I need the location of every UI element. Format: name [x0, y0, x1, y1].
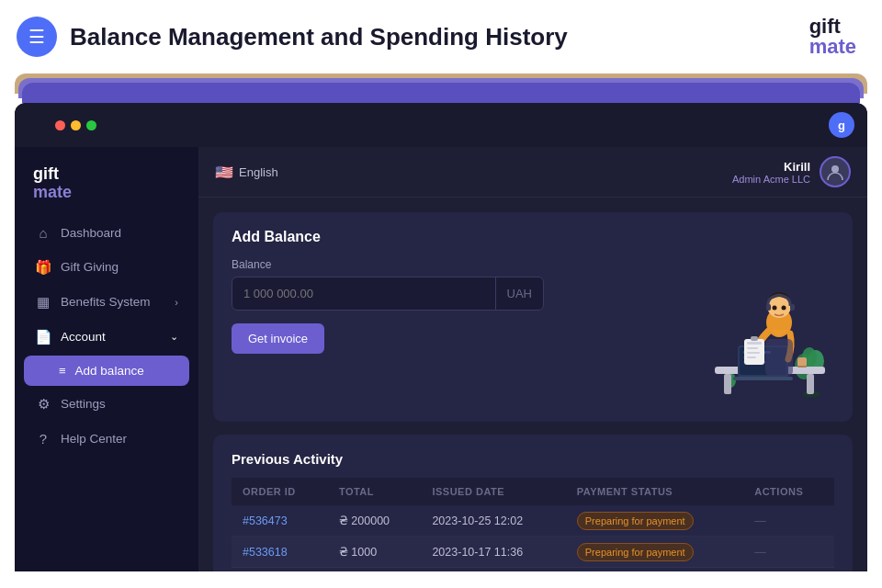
- svg-rect-27: [747, 347, 758, 349]
- svg-rect-9: [724, 374, 731, 394]
- sidebar-item-dashboard[interactable]: ⌂ Dashboard: [24, 217, 189, 249]
- sidebar-item-account[interactable]: 📄 Account ⌄: [24, 321, 189, 354]
- user-text: Kirill Admin Acme LLC: [732, 160, 810, 185]
- sidebar-item-add-balance[interactable]: ≡ Add balance: [24, 356, 189, 386]
- svg-rect-28: [747, 352, 760, 354]
- cell-order-id[interactable]: #533385: [232, 568, 328, 572]
- svg-point-0: [831, 165, 839, 173]
- language-label: English: [239, 165, 278, 179]
- col-issued-date: ISSUED DATE: [421, 478, 565, 505]
- role-text: Admin: [732, 174, 761, 185]
- settings-label: Settings: [61, 397, 106, 411]
- main-content: 🇺🇸 English Kirill Admin Acme LLC: [198, 147, 867, 571]
- strip-3: [22, 83, 860, 103]
- account-label: Account: [61, 330, 106, 344]
- cell-issued-date: 2023-10-16 15:11: [421, 568, 565, 572]
- sidebar-item-benefits[interactable]: ▦ Benefits System ›: [24, 286, 189, 319]
- svg-rect-21: [766, 304, 771, 311]
- sidebar-item-help[interactable]: ? Help Center: [24, 423, 189, 455]
- svg-rect-18: [797, 366, 807, 368]
- flag-icon: 🇺🇸: [215, 164, 233, 181]
- settings-icon: ⚙: [35, 396, 51, 413]
- browser-topbar-inner: g: [28, 112, 854, 138]
- table-header-row: ORDER ID TOTAL ISSUED DATE PAYMENT STATU…: [232, 478, 834, 505]
- browser-dots: [55, 120, 96, 130]
- balance-icon: ≡: [59, 364, 66, 378]
- benefits-label: Benefits System: [61, 295, 151, 309]
- gift-giving-label: Gift Giving: [61, 260, 119, 274]
- cell-actions: —: [743, 537, 834, 568]
- dashboard-label: Dashboard: [61, 226, 121, 240]
- sidebar: giftmate ⌂ Dashboard 🎁 Gift Giving ▦ Ben: [15, 147, 198, 571]
- illustration-area: [632, 258, 834, 405]
- header-left: ☰ Balance Management and Spending Histor…: [17, 17, 568, 57]
- gift-icon: 🎁: [35, 259, 51, 276]
- col-order-id: ORDER ID: [232, 478, 328, 505]
- cell-total: ₴ 1: [328, 568, 422, 572]
- col-payment-status: PAYMENT STATUS: [566, 478, 743, 505]
- svg-rect-30: [751, 336, 758, 341]
- table-row: #536473 ₴ 200000 2023-10-25 12:02 Prepar…: [232, 505, 834, 537]
- svg-point-23: [773, 306, 777, 311]
- menu-icon: ☰: [28, 26, 45, 48]
- cell-status: Preparing for payment: [566, 505, 743, 537]
- cell-order-id[interactable]: #533618: [232, 537, 328, 568]
- table-row: #533618 ₴ 1000 2023-10-17 11:36 Preparin…: [232, 537, 834, 568]
- sidebar-logo: giftmate: [15, 158, 198, 217]
- sidebar-item-gift-giving[interactable]: 🎁 Gift Giving: [24, 251, 189, 284]
- company-text: Acme LLC: [763, 174, 810, 185]
- get-invoice-button[interactable]: Get invoice: [232, 323, 324, 354]
- chevron-icon: ›: [175, 297, 178, 308]
- svg-rect-22: [790, 304, 795, 311]
- svg-rect-31: [765, 339, 793, 376]
- user-role: Admin Acme LLC: [732, 174, 810, 185]
- cell-issued-date: 2023-10-17 11:36: [421, 537, 565, 568]
- add-balance-form: Balance UAH Get invoice: [232, 258, 544, 354]
- dot-green: [86, 120, 96, 130]
- user-name: Kirill: [732, 160, 810, 174]
- cell-status: Preparing for payment: [566, 568, 743, 572]
- cell-actions: —: [743, 568, 834, 572]
- cell-total: ₴ 1000: [328, 537, 422, 568]
- add-balance-card: Add Balance Balance UAH Get invoice: [213, 212, 853, 422]
- activity-table: ORDER ID TOTAL ISSUED DATE PAYMENT STATU…: [232, 478, 834, 571]
- g-letter: g: [838, 119, 845, 132]
- svg-rect-26: [747, 342, 762, 345]
- svg-rect-17: [797, 357, 807, 367]
- page-title: Balance Management and Spending History: [70, 23, 568, 51]
- cell-order-id[interactable]: #536473: [232, 505, 328, 537]
- header-icon: ☰: [17, 17, 57, 57]
- activity-card: Previous Activity ORDER ID TOTAL ISSUED …: [213, 435, 853, 571]
- language-selector[interactable]: 🇺🇸 English: [215, 164, 278, 181]
- user-info: Kirill Admin Acme LLC: [732, 156, 851, 187]
- balance-input-group: UAH: [232, 277, 544, 311]
- add-balance-title: Add Balance: [232, 229, 834, 245]
- browser-topbar: g: [15, 103, 867, 147]
- cell-issued-date: 2023-10-25 12:02: [421, 505, 565, 537]
- desk-illustration: [632, 258, 834, 405]
- svg-rect-29: [747, 356, 756, 358]
- balance-input[interactable]: [232, 277, 495, 310]
- add-balance-label: Add balance: [75, 364, 144, 378]
- balance-form-label: Balance: [232, 258, 544, 271]
- help-icon: ?: [35, 431, 51, 447]
- svg-point-24: [782, 306, 786, 311]
- app-topbar: 🇺🇸 English Kirill Admin Acme LLC: [198, 147, 867, 198]
- browser-g-icon: g: [829, 112, 854, 138]
- currency-suffix: UAH: [495, 277, 543, 310]
- logo-text: giftmate: [809, 17, 856, 57]
- account-chevron-icon: ⌄: [170, 331, 178, 343]
- cell-total: ₴ 200000: [328, 505, 422, 537]
- sidebar-item-settings[interactable]: ⚙ Settings: [24, 388, 189, 421]
- col-actions: ACTIONS: [743, 478, 834, 505]
- account-icon: 📄: [35, 329, 51, 345]
- dot-red: [55, 120, 65, 130]
- dot-yellow: [71, 120, 81, 130]
- grid-icon: ▦: [35, 294, 51, 311]
- home-icon: ⌂: [35, 225, 51, 241]
- help-label: Help Center: [61, 432, 127, 446]
- avatar: [820, 156, 851, 187]
- svg-rect-10: [807, 374, 814, 394]
- giftmate-logo-header: giftmate: [809, 17, 856, 57]
- col-total: TOTAL: [328, 478, 422, 505]
